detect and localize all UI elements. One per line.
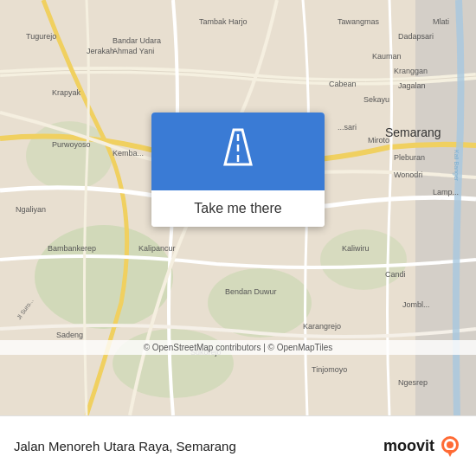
svg-text:Jagalan: Jagalan: [398, 81, 426, 90]
svg-text:Sekayu: Sekayu: [363, 95, 389, 104]
svg-text:Tugurejo: Tugurejo: [26, 32, 56, 41]
svg-point-2: [35, 225, 173, 329]
svg-text:Krapyak: Krapyak: [52, 88, 81, 97]
svg-text:Ahmad Yani: Ahmad Yani: [113, 47, 154, 55]
take-me-there-button[interactable]: Take me there: [151, 190, 325, 227]
map-container[interactable]: Tugurejo Tambak Harjo Tawangmas Dadapsar…: [0, 0, 476, 415]
svg-text:Semarang: Semarang: [385, 125, 441, 139]
svg-text:Kranggan: Kranggan: [394, 67, 428, 75]
svg-text:Tawangmas: Tawangmas: [338, 17, 380, 26]
svg-text:Wonodri: Wonodri: [394, 170, 422, 179]
moovit-icon: [438, 434, 462, 459]
svg-point-50: [447, 441, 453, 448]
svg-point-5: [113, 329, 234, 398]
svg-text:Candi: Candi: [385, 270, 406, 279]
attribution-bar: © OpenStreetMap contributors | © OpenMap…: [0, 340, 476, 355]
bottom-bar: Jalan Menoreh Utara Raya, Semarang moovi…: [0, 415, 476, 476]
svg-marker-51: [447, 450, 453, 457]
svg-text:Pleburan: Pleburan: [394, 153, 425, 162]
svg-text:Kalipancur: Kalipancur: [138, 244, 176, 253]
svg-text:Sadeng: Sadeng: [56, 331, 83, 339]
svg-text:Miroto: Miroto: [368, 136, 389, 145]
svg-text:Jerakah: Jerakah: [87, 47, 114, 55]
svg-text:Dadapsari: Dadapsari: [398, 32, 434, 41]
svg-text:Ngaliyan: Ngaliyan: [16, 205, 46, 214]
svg-text:Tinjomoyo: Tinjomoyo: [312, 365, 347, 374]
svg-text:Bandar Udara: Bandar Udara: [113, 36, 161, 45]
svg-text:Bendan Duwur: Bendan Duwur: [225, 287, 277, 296]
svg-text:Ngesrep: Ngesrep: [398, 378, 428, 387]
svg-text:Kaliwiru: Kaliwiru: [342, 244, 370, 253]
moovit-logo: moovit: [383, 434, 462, 459]
location-name: Jalan Menoreh Utara Raya, Semarang: [14, 439, 236, 453]
svg-text:Purwoyoso: Purwoyoso: [52, 140, 91, 149]
svg-text:Tambak Harjo: Tambak Harjo: [199, 17, 248, 26]
attribution-text: © OpenStreetMap contributors | © OpenMap…: [144, 343, 333, 352]
svg-text:Mlati: Mlati: [433, 17, 449, 26]
popup-header: [151, 113, 325, 190]
svg-text:Jombl...: Jombl...: [402, 300, 430, 309]
svg-text:Bambankerep: Bambankerep: [48, 244, 96, 253]
popup-card: Take me there: [151, 113, 325, 227]
svg-point-3: [208, 268, 312, 338]
svg-text:Kemba...: Kemba...: [113, 149, 144, 158]
moovit-text: moovit: [383, 437, 434, 455]
road-icon: [212, 125, 264, 177]
svg-text:Lamp...: Lamp...: [433, 188, 459, 196]
svg-point-4: [320, 229, 407, 290]
svg-text:Kali Banger: Kali Banger: [453, 150, 460, 182]
svg-text:Cabean: Cabean: [329, 80, 357, 88]
location-info: Jalan Menoreh Utara Raya, Semarang: [14, 439, 383, 454]
svg-text:Karangrejo: Karangrejo: [303, 322, 341, 331]
svg-text:...sari: ...sari: [338, 123, 357, 132]
svg-text:Kauman: Kauman: [372, 52, 402, 61]
